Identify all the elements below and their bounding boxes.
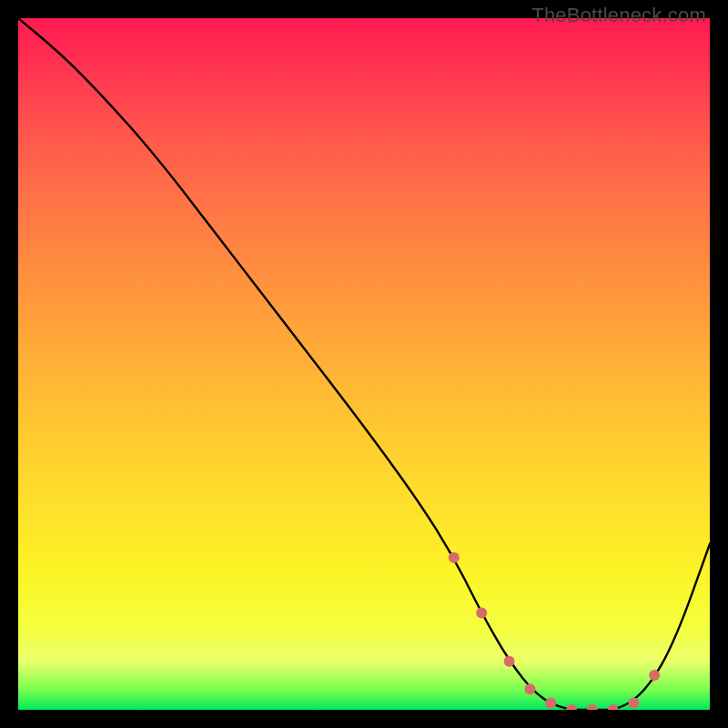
highlight-dot — [476, 608, 487, 619]
highlight-dot — [649, 670, 660, 681]
highlight-dot — [545, 697, 556, 708]
highlight-dot — [504, 656, 515, 667]
highlight-dot — [628, 697, 639, 708]
chart-svg — [18, 18, 710, 710]
chart-plot-area — [18, 18, 710, 710]
bottleneck-curve — [18, 18, 710, 710]
highlight-dot — [608, 704, 619, 710]
highlight-dot — [566, 704, 577, 710]
highlight-dot — [449, 552, 460, 563]
chart-frame: TheBottleneck.com — [0, 0, 728, 728]
highlight-dot — [524, 683, 535, 694]
highlight-dot — [587, 704, 598, 710]
marker-group — [449, 552, 660, 710]
watermark-text: TheBottleneck.com — [531, 4, 706, 27]
